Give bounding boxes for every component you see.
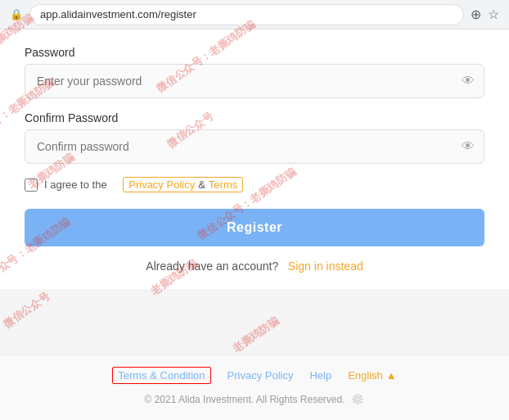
translate-icon[interactable]: ⊕ xyxy=(471,7,481,22)
url-text: app.alidainvestment.com/register xyxy=(40,8,196,20)
footer-terms-link[interactable]: Terms & Condition xyxy=(112,367,210,384)
footer-privacy-link[interactable]: Privacy Policy xyxy=(227,369,294,382)
confirm-password-input-wrap: 👁 xyxy=(25,129,484,164)
terms-link[interactable]: Terms xyxy=(209,178,237,191)
footer-links: Terms & Condition Privacy Policy Help En… xyxy=(16,367,493,384)
chevron-up-icon: ▲ xyxy=(386,369,397,382)
watermark-mini-icon: ☸ xyxy=(351,391,364,409)
footer-help-link[interactable]: Help xyxy=(309,369,331,382)
ampersand: & xyxy=(198,178,205,191)
confirm-password-group: Confirm Password 👁 xyxy=(25,111,484,164)
footer-copyright: © 2021 Alida Investment. All Rights Rese… xyxy=(16,391,493,409)
confirm-password-label: Confirm Password xyxy=(25,111,484,124)
url-bar[interactable]: app.alidainvestment.com/register xyxy=(29,4,464,25)
bookmark-icon[interactable]: ☆ xyxy=(488,7,499,22)
confirm-password-toggle-icon[interactable]: 👁 xyxy=(462,139,475,154)
signin-link[interactable]: Sign in instead xyxy=(288,260,363,273)
browser-bar: 🔒 app.alidainvestment.com/register ⊕ ☆ xyxy=(0,0,509,29)
signin-row: Already have an account? Sign in instead xyxy=(25,260,484,289)
footer: Terms & Condition Privacy Policy Help En… xyxy=(0,355,509,420)
password-toggle-icon[interactable]: 👁 xyxy=(462,74,475,88)
language-label: English xyxy=(348,369,383,382)
terms-checkbox[interactable] xyxy=(25,178,38,192)
language-selector[interactable]: English ▲ xyxy=(348,369,397,382)
page-content: Password 👁 Confirm Password 👁 I agree to… xyxy=(0,29,509,289)
register-button[interactable]: Register xyxy=(25,209,484,246)
watermark-10: 老撕鸡防骗 xyxy=(230,314,282,356)
checkbox-text: I agree to the xyxy=(44,178,107,191)
copyright-text: © 2021 Alida Investment. All Rights Rese… xyxy=(145,394,345,405)
watermark-9: 微信公众号 xyxy=(1,289,53,332)
privacy-policy-link[interactable]: Privacy Policy xyxy=(128,178,195,191)
password-input[interactable] xyxy=(25,64,484,98)
password-group: Password 👁 xyxy=(25,46,484,98)
terms-checkbox-row: I agree to the Privacy Policy & Terms xyxy=(25,177,484,192)
lock-icon: 🔒 xyxy=(10,8,23,20)
password-input-wrap: 👁 xyxy=(25,64,484,98)
confirm-password-input[interactable] xyxy=(25,129,484,164)
password-label: Password xyxy=(25,46,484,59)
signin-text: Already have an account? xyxy=(146,260,278,273)
browser-icons: ⊕ ☆ xyxy=(471,7,499,22)
